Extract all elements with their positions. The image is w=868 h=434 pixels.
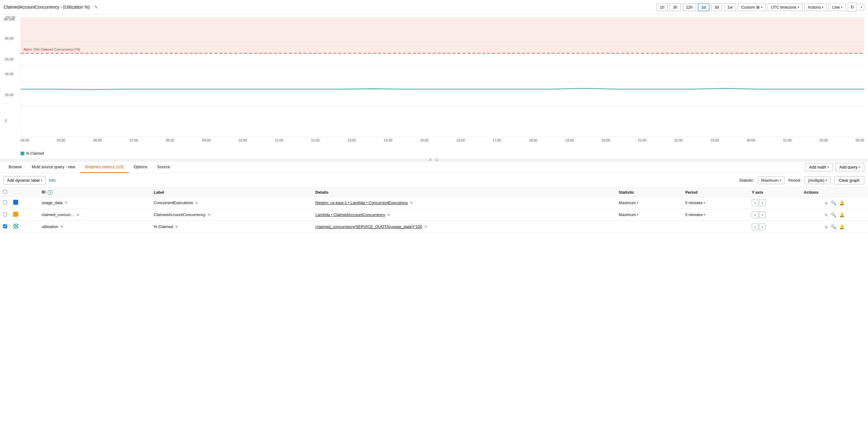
row3-color-cell: [10, 221, 39, 232]
row3-right-arrow[interactable]: ›: [759, 223, 766, 230]
row2-details-edit-icon[interactable]: ✎: [388, 213, 390, 217]
tab-multi-source[interactable]: Multi source query - new: [27, 161, 80, 173]
add-dynamic-label-btn[interactable]: Add dynamic label ▾: [4, 176, 46, 184]
row1-right-arrow[interactable]: ›: [759, 199, 766, 206]
time-btn-3d[interactable]: 3d: [711, 3, 722, 11]
row3-alarm-icon[interactable]: 🔔: [839, 224, 844, 229]
row1-id-cell: usage_data ✎: [39, 197, 151, 209]
timezone-btn[interactable]: UTC timezone ▾: [768, 3, 803, 11]
custom-caret-icon: ▾: [761, 5, 763, 9]
row2-id-edit-icon[interactable]: ✎: [76, 213, 79, 217]
row1-label-cell: ConcurrentExecutions ✎: [151, 197, 312, 209]
metrics-table: ID i Label Details Statistic Period Y ax…: [0, 188, 868, 233]
row1-yaxis-cell: ‹ ›: [749, 197, 801, 209]
title-edit-icon[interactable]: ✎: [95, 5, 98, 9]
clear-graph-btn[interactable]: Clear graph: [834, 176, 864, 184]
row1-id-edit-icon[interactable]: ✎: [65, 201, 67, 205]
row2-yaxis-cell: ‹ ›: [749, 209, 801, 221]
row2-right-arrow[interactable]: ›: [759, 212, 766, 218]
chart-title: ClaimedAccountConcurrency - (Utilization…: [4, 5, 90, 9]
row2-period-caret-icon: ▾: [704, 213, 705, 216]
statistic-dropdown[interactable]: Maximum ▾: [758, 177, 784, 184]
time-btn-1d[interactable]: 1d: [698, 3, 709, 11]
row1-period-dropdown[interactable]: 5 minutes ▾: [685, 200, 705, 205]
row3-checkbox[interactable]: [3, 224, 7, 228]
row1-details[interactable]: Region: us-east-1 • Lambda • ConcurrentE…: [315, 200, 408, 205]
row2-statistic-dropdown[interactable]: Maximum ▾: [619, 212, 639, 217]
row1-trend-icon[interactable]: ∿: [825, 200, 828, 205]
refresh-icon: ↻: [850, 5, 854, 9]
row1-left-arrow[interactable]: ‹: [752, 199, 758, 206]
select-all-checkbox[interactable]: [3, 190, 7, 194]
row3-id-cell: utilization ✎: [39, 221, 151, 232]
row1-details-edit-icon[interactable]: ✎: [410, 201, 413, 205]
id-info-icon[interactable]: i: [48, 190, 53, 195]
row2-stat-caret-icon: ▾: [637, 213, 639, 216]
row3-details-edit-icon[interactable]: ✎: [425, 225, 427, 229]
time-btn-1w[interactable]: 1w: [724, 3, 736, 11]
tab-browse[interactable]: Browse: [4, 161, 27, 173]
tab-graphed-metrics[interactable]: Graphed metrics (1/3): [80, 161, 129, 173]
row1-id: usage_data: [42, 200, 63, 205]
row3-left-arrow[interactable]: ‹: [752, 223, 758, 230]
row1-period-caret-icon: ▾: [704, 201, 705, 205]
row3-search-icon[interactable]: 🔍: [831, 224, 836, 229]
row3-label: % Claimed: [154, 224, 173, 229]
y-tick-40: 40.00: [5, 72, 13, 76]
row2-details[interactable]: Lambda • ClaimedAccountConcurrency: [315, 212, 385, 217]
chart-svg: [21, 18, 864, 137]
row3-label-edit-icon[interactable]: ✎: [175, 225, 178, 229]
svg-rect-6: [21, 18, 864, 53]
row2-label-edit-icon[interactable]: ✎: [208, 213, 211, 217]
line-type-btn[interactable]: Line ▾: [829, 3, 846, 11]
th-actions: Actions: [801, 188, 868, 197]
x-tick-11: 15:00: [420, 138, 429, 142]
row2-trend-icon[interactable]: ∿: [825, 212, 828, 217]
row1-checkbox[interactable]: [3, 200, 7, 205]
actions-btn[interactable]: Actions ▾: [804, 3, 827, 11]
row3-id-edit-icon[interactable]: ✎: [60, 225, 63, 229]
row2-search-icon[interactable]: 🔍: [831, 212, 836, 217]
row3-id: utilization: [42, 224, 58, 229]
calendar-icon: ⊞: [756, 5, 760, 9]
x-tick-9: 13:00: [347, 138, 356, 142]
x-tick-10: 14:00: [384, 138, 392, 142]
more-options-btn[interactable]: ▾: [859, 4, 864, 10]
tab-options[interactable]: Options: [129, 161, 152, 173]
row2-statistic-cell: Maximum ▾: [616, 209, 682, 221]
row2-details-cell: Lambda • ClaimedAccountConcurrency ✎: [312, 209, 616, 221]
time-btn-1h[interactable]: 1h: [656, 3, 668, 11]
row2-left-arrow[interactable]: ‹: [752, 212, 758, 218]
row1-statistic-cell: Maximum ▾: [616, 197, 682, 209]
row3-details[interactable]: (claimed_concurrency/SERVICE_QUOTA(usage…: [315, 224, 422, 229]
add-math-btn[interactable]: Add math ▾: [805, 163, 833, 171]
row2-period-dropdown[interactable]: 5 minutes ▾: [685, 212, 705, 217]
time-btn-12h[interactable]: 12h: [683, 3, 696, 11]
row3-trend-icon[interactable]: ∿: [825, 224, 828, 229]
row1-label-edit-icon[interactable]: ✎: [195, 201, 198, 205]
y-tick-20: 20.00: [5, 93, 13, 97]
row3-label-cell: % Claimed ✎: [151, 221, 312, 232]
x-tick-3: 07:00: [129, 138, 138, 142]
row2-checkbox[interactable]: [3, 212, 7, 216]
row3-color-swatch: [13, 224, 18, 229]
header-controls: 1h 3h 12h 1d 3d 1w Custom ⊞ ▾ UTC timezo…: [656, 2, 864, 12]
custom-time-btn[interactable]: Custom ⊞ ▾: [738, 3, 766, 11]
metrics-toolbar: Add dynamic label ▾ Info Statistic: Maxi…: [0, 173, 868, 188]
row2-color-swatch: [13, 212, 18, 217]
row2-alarm-icon[interactable]: 🔔: [839, 212, 844, 217]
add-label-caret-icon: ▾: [41, 179, 42, 182]
row1-search-icon[interactable]: 🔍: [831, 200, 836, 205]
refresh-btn[interactable]: ↻: [848, 2, 857, 12]
row1-statistic-dropdown[interactable]: Maximum ▾: [619, 200, 639, 205]
alarm-label: Alarm 70% Claimed Concurrency (70): [23, 47, 80, 52]
row1-alarm-icon[interactable]: 🔔: [839, 200, 844, 205]
add-query-btn[interactable]: Add query ▾: [835, 163, 864, 171]
tab-source[interactable]: Source: [152, 161, 175, 173]
th-color: [10, 188, 39, 197]
info-link[interactable]: Info: [49, 178, 56, 183]
time-btn-3h[interactable]: 3h: [670, 3, 680, 11]
resize-handle[interactable]: = =: [0, 159, 868, 161]
period-dropdown[interactable]: (multiple) ▾: [805, 177, 831, 184]
x-tick-16: 20:00: [601, 138, 610, 142]
